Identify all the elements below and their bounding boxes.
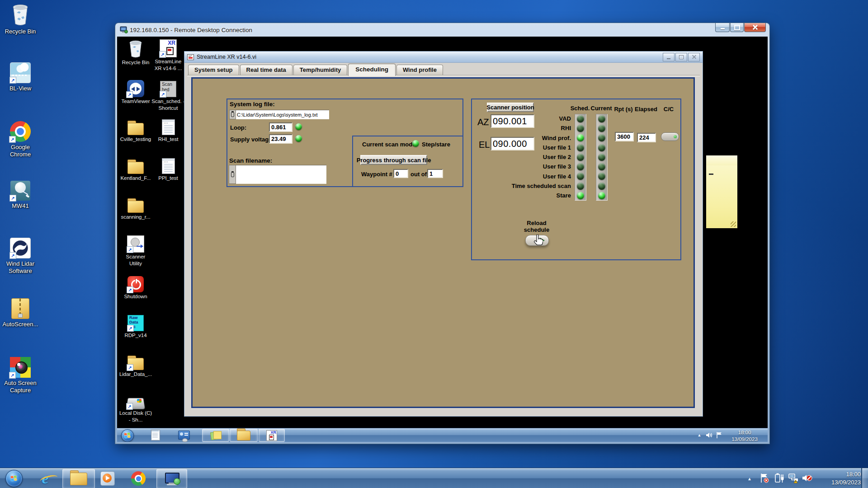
taskbar-explorer-button[interactable] [62, 469, 95, 488]
remote-icon-cville-testing[interactable]: Cville_testing [119, 116, 152, 143]
remote-icon-streamline-xr[interactable]: XR ↗ StreamLine XR v14-6 ... [151, 38, 185, 72]
maximize-button[interactable] [730, 23, 744, 32]
current-led-cell [596, 114, 608, 123]
windows-flag-icon [124, 432, 131, 438]
desktop-icon-bl-view[interactable]: ↗ BL-View [0, 62, 41, 92]
remote-taskbar-notepad-icon[interactable] [150, 430, 161, 441]
remote-icon-scanner-utility[interactable]: ↗ Scanner Utility [119, 234, 152, 267]
close-button[interactable] [744, 23, 766, 32]
start-button[interactable] [5, 470, 23, 487]
remote-taskbar-streamline-button[interactable]: XR [259, 429, 285, 442]
remote-taskbar-explorer-button[interactable] [230, 429, 258, 442]
tab-system-setup[interactable]: System setup [188, 65, 239, 75]
current-led-cell [596, 143, 608, 152]
el-label: EL [479, 140, 490, 150]
system-log-label: System log file: [230, 101, 275, 108]
desktop-icon-auto-screen-capture[interactable]: ↗ Auto Screen Capture [0, 356, 41, 394]
taskbar-media-player-icon[interactable] [99, 471, 116, 486]
remote-icon-ppi-test[interactable]: ... PPI_test [151, 155, 185, 182]
scan-filename-control[interactable] [229, 165, 326, 184]
app-minimize-button[interactable] [663, 53, 675, 61]
waypoint-total: 1 [427, 169, 443, 178]
current-led [598, 125, 605, 132]
remote-icon-scanning[interactable]: scanning_r... [119, 194, 152, 221]
desktop-icon-mw41[interactable]: ↗ MW41 [0, 180, 41, 210]
cc-toggle[interactable] [661, 132, 679, 141]
shortcut-arrow-icon: ↗ [127, 246, 133, 253]
app-close-button[interactable] [688, 53, 700, 61]
path-icon [229, 165, 236, 184]
tray-power-icon[interactable] [774, 472, 785, 484]
tray-action-center-icon[interactable] [760, 472, 769, 484]
scan-filename-input[interactable] [236, 165, 326, 184]
remote-icon-shutdown[interactable]: ↗ Shutdown [119, 273, 152, 300]
system-log-path-control[interactable]: C:\Lidar\System\Logs\system_log.txt [229, 110, 329, 119]
tray-volume-muted-icon[interactable] [801, 472, 813, 484]
sticky-note[interactable] [706, 155, 737, 228]
app-restore-button[interactable] [675, 53, 687, 61]
sticky-note-resize-grip[interactable] [731, 221, 736, 227]
remote-start-button[interactable] [121, 429, 134, 442]
remote-icon-local-disk[interactable]: ↗ Local Disk (C) - Sh... [119, 390, 152, 423]
shortcut-arrow-icon: ↗ [9, 252, 16, 259]
sched-led [577, 192, 584, 199]
current-led-cell [596, 181, 608, 191]
remote-icon-rdp-v14[interactable]: RawDataroc ↗ RDP_v14 [119, 312, 152, 339]
icon-label: StreamLine XR v14-6 ... [151, 58, 185, 72]
icon-label: Local Disk (C) - Sh... [119, 410, 152, 423]
rdp-window-title: 192.168.0.150 - Remote Desktop Connectio… [130, 27, 252, 33]
tab-real-time-data[interactable]: Real time data [240, 65, 292, 75]
tab-strip: System setup Real time data Temp/humidit… [188, 64, 443, 75]
desktop-icon-recycle-bin[interactable]: Recycle Bin [0, 4, 41, 35]
led-column-gap [586, 152, 596, 162]
chrome-icon: ↗ [0, 120, 41, 142]
current-led-cell [596, 133, 608, 143]
tab-baseline [187, 75, 700, 76]
rpt-value[interactable]: 3600 [615, 132, 634, 141]
loop-value: 0.861 [269, 122, 292, 132]
minimize-button[interactable] [715, 23, 730, 32]
rdp-title-bar[interactable]: 192.168.0.150 - Remote Desktop Connectio… [115, 23, 769, 37]
icon-label: AutoScreen... [0, 321, 41, 328]
zip-folder-icon [0, 298, 41, 319]
tray-network-icon[interactable] [788, 472, 799, 484]
remote-clock[interactable]: 18:00 13/09/2023 [725, 429, 764, 442]
scanner-utility-icon: ↗ [119, 234, 152, 253]
desktop-icon-google-chrome[interactable]: ↗ Google Chrome [0, 120, 41, 159]
remote-tray-volume-icon[interactable] [705, 431, 713, 439]
remote-tray-flag-icon[interactable] [715, 431, 723, 439]
scan-mode-group: Current scan mode Step/stare Progress th… [352, 136, 463, 187]
remote-taskbar-control-panel-icon[interactable] [178, 430, 190, 441]
remote-icon-teamviewer[interactable]: ↗ TeamViewer [119, 78, 152, 105]
tab-scheduling[interactable]: Scheduling [348, 64, 396, 76]
shortcut-arrow-icon: ↗ [159, 51, 166, 58]
taskbar-rdp-button[interactable] [156, 469, 187, 488]
streamline-xr-icon: XR ↗ [151, 38, 185, 57]
scan-filename-label: Scan filename: [229, 157, 272, 164]
remote-taskbar: XR ▲ 18:00 13/09/2023 [117, 428, 768, 442]
current-led [598, 163, 605, 170]
host-clock[interactable]: 18:00 13/09/2023 [816, 470, 861, 486]
elapsed-value: 224 [637, 133, 656, 142]
path-icon [229, 110, 236, 119]
app-title-bar[interactable]: StreamLine XR v14-6.vi [184, 52, 703, 63]
desktop-icon-wind-lidar-software[interactable]: ↗ Wind Lidar Software [0, 238, 41, 275]
desktop-icon-autoscreen-zip[interactable]: AutoScreen... [0, 298, 41, 328]
system-log-path-input[interactable]: C:\Lidar\System\Logs\system_log.txt [236, 110, 329, 119]
remote-icon-scan-sched[interactable]: Scanhed ↗ Scan_sched. - Shortcut [151, 78, 185, 112]
tab-wind-profile[interactable]: Wind profile [396, 65, 443, 75]
show-desktop-button[interactable] [861, 468, 868, 488]
remote-icon-rhi-test[interactable]: ... RHI_test [151, 116, 185, 143]
taskbar-chrome-icon[interactable] [130, 471, 146, 486]
remote-icon-kentland[interactable]: Kentland_F... [119, 155, 152, 182]
remote-taskbar-sticky-notes-button[interactable] [202, 429, 229, 442]
remote-icon-lidar-data[interactable]: ↗ Lidar_Data_... [119, 351, 152, 378]
remote-icon-recycle-bin[interactable]: Recycle Bin [119, 39, 152, 66]
sched-led-cell [575, 123, 586, 133]
tray-chevron-icon[interactable]: ▲ [746, 475, 753, 482]
minimize-icon [667, 58, 670, 59]
taskbar-internet-explorer-icon[interactable]: e [36, 470, 54, 487]
tab-temp-humidity[interactable]: Temp/humidity [293, 65, 347, 75]
remote-tray-chevron-icon[interactable]: ▲ [696, 432, 703, 438]
scanner-row-label: RHI [504, 123, 575, 133]
